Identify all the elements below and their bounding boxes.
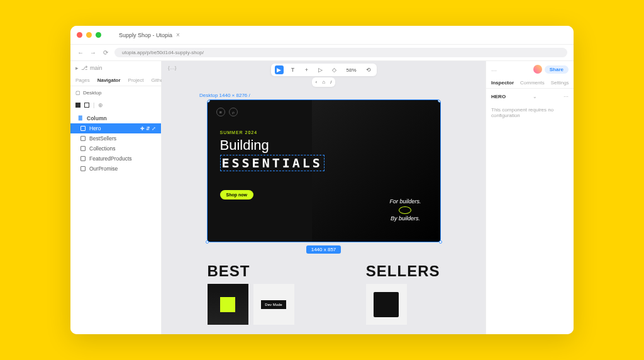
- brackets-icon: {…}: [168, 65, 176, 70]
- play-icon[interactable]: ▷: [316, 65, 325, 74]
- handle-br[interactable]: [439, 240, 442, 244]
- add-tool[interactable]: +: [302, 65, 311, 74]
- preset-1[interactable]: [75, 103, 80, 108]
- traffic-lights[interactable]: [77, 32, 101, 38]
- main-area: ▸ ⎇ main Pages Navigator Project Github …: [70, 61, 574, 334]
- right-panel: … Share Inspector Comments Settings HERO…: [486, 61, 574, 334]
- component-icon: [80, 136, 86, 141]
- component-icon: [80, 126, 86, 131]
- address-bar: ← → ⟳ utopia.app/p/be50d1d4-supply-shop/: [70, 45, 574, 61]
- tab-title: Supply Shop - Utopia: [119, 32, 172, 38]
- component-header[interactable]: HERO ⌄ ⋯: [486, 89, 574, 104]
- parent-label: Column: [87, 115, 107, 121]
- navigator-tree: ≣ Column Hero ✚ ⇵ ⤢ BestSellers Collecti…: [70, 111, 161, 334]
- back-icon[interactable]: ←: [77, 49, 84, 57]
- browser-tab[interactable]: Supply Shop - Utopia ×: [114, 29, 185, 41]
- device-row[interactable]: ▢ Desktop: [70, 86, 161, 99]
- reset-zoom-icon[interactable]: ⟲: [364, 65, 373, 74]
- component-icon: [80, 156, 86, 161]
- item-label: Collections: [89, 145, 116, 152]
- best-heading: BEST: [208, 262, 294, 280]
- device-label: Desktop: [83, 90, 101, 96]
- item-label: FeaturedProducts: [89, 155, 132, 162]
- select-tool[interactable]: ▶: [274, 65, 283, 74]
- item-tools[interactable]: ✚ ⇵ ⤢: [140, 126, 156, 132]
- close-tab-icon[interactable]: ×: [176, 31, 180, 38]
- product-card-2[interactable]: Dev Mode: [253, 284, 294, 325]
- tree-item-hero[interactable]: Hero ✚ ⇵ ⤢: [70, 123, 161, 133]
- bag-line2: By builders.: [389, 215, 421, 223]
- share-button[interactable]: Share: [545, 65, 569, 74]
- menu-icon[interactable]: ≡: [216, 108, 225, 116]
- avatar[interactable]: [533, 65, 542, 74]
- chevron-down-icon[interactable]: ⌄: [533, 94, 537, 99]
- more-icon[interactable]: ⋯: [564, 94, 569, 99]
- item-label: OurPromise: [89, 166, 118, 172]
- code-tab[interactable]: {…}: [168, 65, 176, 70]
- shop-now-button[interactable]: Shop now: [220, 190, 253, 200]
- hero-heading-2[interactable]: ESSENTIALS: [220, 155, 325, 171]
- component-icon: [80, 146, 86, 151]
- devmode-label: Dev Mode: [261, 300, 286, 309]
- handle-bl[interactable]: [206, 240, 209, 244]
- tab-comments[interactable]: Comments: [520, 80, 545, 86]
- hero-heading-1[interactable]: Building: [220, 137, 428, 154]
- frame-label[interactable]: Desktop 1440 × 8276 /: [199, 93, 250, 98]
- url-field[interactable]: utopia.app/p/be50d1d4-supply-shop/: [114, 48, 567, 57]
- tree-item-collections[interactable]: Collections: [70, 143, 161, 154]
- canvas-viewport[interactable]: Desktop 1440 × 8276 / For builders. By b…: [162, 61, 486, 334]
- tree-item-featured[interactable]: FeaturedProducts: [70, 154, 161, 164]
- best-col-right: SELLERS: [366, 262, 440, 325]
- zoom-level[interactable]: 58%: [343, 67, 358, 73]
- maximize-icon[interactable]: [96, 32, 101, 38]
- product-card-1[interactable]: [208, 284, 248, 325]
- tab-inspector[interactable]: Inspector: [491, 80, 514, 86]
- monitor-icon: ▢: [75, 90, 80, 96]
- sellers-heading: SELLERS: [366, 262, 440, 280]
- hero-selection-wrap: For builders. By builders. ≡ ⌕ SU: [208, 100, 440, 242]
- tab-project[interactable]: Project: [128, 77, 144, 83]
- close-icon[interactable]: [77, 32, 82, 38]
- hero-frame[interactable]: For builders. By builders. ≡ ⌕ SU: [208, 100, 440, 242]
- tree-parent-column[interactable]: ≣ Column: [70, 113, 161, 123]
- tab-pages[interactable]: Pages: [75, 77, 90, 83]
- viewport-presets: | ⊕: [70, 99, 161, 111]
- share-row: … Share: [486, 61, 574, 77]
- titlebar: Supply Shop - Utopia ×: [70, 26, 574, 45]
- menu-dots-icon[interactable]: …: [491, 66, 497, 72]
- comment-icon[interactable]: ◇: [330, 65, 338, 74]
- season-label: SUMMER 2024: [220, 130, 428, 135]
- forward-icon[interactable]: →: [89, 49, 97, 57]
- tab-navigator[interactable]: Navigator: [97, 77, 121, 83]
- pixel-icon: [220, 297, 235, 312]
- search-icon[interactable]: ⌕: [229, 108, 238, 116]
- tree-item-promise[interactable]: OurPromise: [70, 164, 161, 174]
- product-card-3[interactable]: [366, 284, 407, 325]
- preset-add-icon[interactable]: ⊕: [98, 102, 103, 108]
- item-label: BestSellers: [89, 135, 116, 142]
- inspector-tabs: Inspector Comments Settings: [486, 77, 574, 89]
- toolbar-row-1: ▶ T + ▷ ◇ 58% ⟲: [270, 64, 376, 76]
- breadcrumb-row: ‹ ⌂ /: [312, 77, 336, 87]
- tree-item-bestsellers[interactable]: BestSellers: [70, 133, 161, 143]
- reload-icon[interactable]: ⟳: [102, 49, 109, 57]
- preset-divider: |: [93, 102, 94, 108]
- home-icon[interactable]: ⌂: [322, 79, 325, 85]
- url-text: utopia.app/p/be50d1d4-supply-shop/: [122, 50, 204, 55]
- breadcrumb-sep: /: [330, 79, 331, 85]
- minimize-icon[interactable]: [86, 32, 92, 38]
- chevron-left-icon[interactable]: ‹: [316, 79, 318, 85]
- inspector-message: This component requires no configuration: [486, 104, 574, 121]
- left-tabs: Pages Navigator Project Github: [70, 75, 161, 86]
- tote-bag-icon: [374, 292, 399, 317]
- preset-2[interactable]: [84, 103, 89, 108]
- canvas-toolbar: ▶ T + ▷ ◇ 58% ⟲ ‹ ⌂ /: [270, 64, 376, 87]
- text-tool[interactable]: T: [288, 65, 297, 74]
- canvas[interactable]: {…} ▶ T + ▷ ◇ 58% ⟲ ‹ ⌂ /: [162, 61, 486, 334]
- tab-settings[interactable]: Settings: [551, 80, 569, 86]
- chevron-icon: ▸: [75, 65, 79, 71]
- item-label: Hero: [89, 125, 101, 132]
- component-name: HERO: [491, 94, 506, 99]
- branch-selector[interactable]: ▸ ⎇ main: [70, 61, 161, 75]
- column-icon: ≣: [78, 115, 83, 121]
